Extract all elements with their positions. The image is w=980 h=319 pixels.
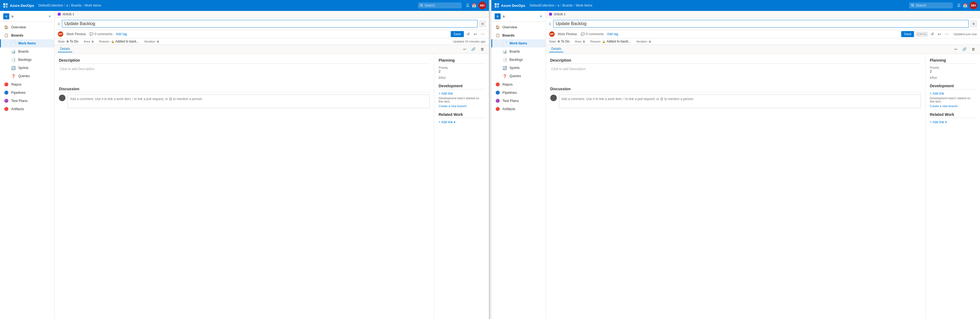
add-link-right[interactable]: + Add link xyxy=(930,92,976,95)
sidebar-item-pipelines-left[interactable]: 🔵 Pipelines xyxy=(0,88,54,97)
related-add-link-left[interactable]: + Add link ▾ xyxy=(439,120,456,124)
state-dot-left xyxy=(67,40,69,43)
boards-sub-icon-left: 📊 xyxy=(11,49,16,54)
sidebar-item-overview-left[interactable]: 🏠 Overview xyxy=(0,23,54,31)
sidebar-item-testplans-right[interactable]: 🟣 Test Plans xyxy=(492,97,546,105)
undo-button-right[interactable]: ↩ xyxy=(937,31,942,37)
iteration-value-right[interactable]: a xyxy=(649,40,651,43)
artifacts-icon-right: 🔴 xyxy=(495,106,500,111)
priority-value-right[interactable]: 2 xyxy=(930,69,976,73)
toolbar-right-right: ↩ 🔗 🗑 xyxy=(953,46,977,52)
comment-input-left[interactable] xyxy=(68,95,430,108)
search-box-left[interactable] xyxy=(418,2,461,8)
sidebar-item-boards-left[interactable]: 📋 Boards xyxy=(0,31,54,39)
description-placeholder-left[interactable]: Click to add Description xyxy=(59,66,430,83)
main-panel-left: ISSUE 1 1 ⧉ MP Mark Pleskac 💬 xyxy=(54,11,489,319)
sidebar-item-workitems-left[interactable]: 📄 Work Items xyxy=(0,39,54,48)
list-icon-right[interactable]: ☰ xyxy=(957,3,961,8)
history-button-left[interactable]: ↩ xyxy=(461,46,468,52)
sidebar-item-boards-sub-right[interactable]: 📊 Boards xyxy=(492,48,546,56)
sidebar-item-pipelines-right[interactable]: 🔵 Pipelines xyxy=(492,88,546,97)
sprints-icon-right: 🔄 xyxy=(503,66,507,70)
search-input-left[interactable] xyxy=(425,3,459,7)
search-box-right[interactable] xyxy=(909,2,953,8)
search-icon-left xyxy=(420,4,423,7)
state-value-left[interactable]: To Do xyxy=(67,40,78,43)
details-tab-left[interactable]: Details xyxy=(58,46,72,52)
more-button-left[interactable]: ⋯ xyxy=(480,31,486,37)
create-branch-left[interactable]: Create a new branch xyxy=(439,105,466,108)
save-button-left[interactable]: Save xyxy=(451,31,463,37)
sidebar-item-sprints-left[interactable]: 🔄 Sprints xyxy=(0,64,54,72)
sidebar-item-overview-right[interactable]: 🏠 Overview xyxy=(492,23,546,31)
svg-point-10 xyxy=(912,4,913,6)
discussion-section-right: Discussion xyxy=(550,87,921,108)
state-value-right[interactable]: To Do xyxy=(558,40,570,43)
iteration-value-left[interactable]: a xyxy=(157,40,159,43)
add-project-button-right[interactable]: + xyxy=(539,14,542,19)
history-button-right[interactable]: ↩ xyxy=(953,46,959,52)
artifacts-label-right: Artifacts xyxy=(503,107,515,111)
sidebar-item-queries-left[interactable]: ❓ Queries xyxy=(0,72,54,80)
add-link-left[interactable]: + Add link xyxy=(439,92,485,95)
list-icon-left[interactable]: ☰ xyxy=(466,3,469,8)
area-value-right[interactable]: a xyxy=(583,40,585,43)
refresh-button-left[interactable]: ↺ xyxy=(465,31,471,37)
add-project-button-left[interactable]: + xyxy=(49,14,51,19)
sidebar-item-testplans-left[interactable]: 🟣 Test Plans xyxy=(0,97,54,105)
copy-id-button-left[interactable]: ⧉ xyxy=(480,21,486,27)
planning-title-right: Planning xyxy=(930,58,976,64)
app-logo-right: Azure DevOps xyxy=(494,3,525,8)
issue-badge-dot-left xyxy=(58,13,60,16)
comments-right[interactable]: 💬 0 comments xyxy=(581,32,604,36)
priority-value-left[interactable]: 2 xyxy=(439,69,485,73)
sidebar-item-artifacts-left[interactable]: 🔴 Artifacts xyxy=(0,105,54,113)
more-button-right[interactable]: ⋯ xyxy=(944,31,950,37)
delete-button-right[interactable]: 🗑 xyxy=(970,46,977,52)
description-title-right: Description xyxy=(550,58,921,64)
sidebar-item-queries-right[interactable]: ❓ Queries xyxy=(492,72,546,80)
sidebar-item-repos-right[interactable]: 🔴 Repos xyxy=(492,80,546,88)
user-avatar-right[interactable]: MH xyxy=(970,2,977,9)
sidebar-item-workitems-right[interactable]: 📄 Work Items xyxy=(492,39,546,48)
undo-button-left[interactable]: ↩ xyxy=(473,31,478,37)
copy-id-button-right[interactable]: ⧉ xyxy=(971,21,977,27)
workitem-title-input-left[interactable] xyxy=(62,20,477,27)
related-add-link-right[interactable]: + Add link ▾ xyxy=(930,120,947,124)
sidebar-item-artifacts-right[interactable]: 🔴 Artifacts xyxy=(492,105,546,113)
sidebar-project-right[interactable]: a a + xyxy=(492,11,546,22)
reason-value-left[interactable]: 🔒 Added to back... xyxy=(111,40,139,43)
workitems-label-right: Work Items xyxy=(510,41,527,45)
sidebar-item-sprints-right[interactable]: 🔄 Sprints xyxy=(492,64,546,72)
delete-button-left[interactable]: 🗑 xyxy=(479,46,486,52)
overview-label-left: Overview xyxy=(11,25,26,29)
area-value-left[interactable]: a xyxy=(92,40,94,43)
sidebar-item-boards-right[interactable]: 📋 Boards xyxy=(492,31,546,39)
description-placeholder-right[interactable]: Click to add Description xyxy=(550,66,921,83)
comment-input-right[interactable] xyxy=(559,95,921,108)
calendar-icon-left[interactable]: 📅 xyxy=(472,3,476,8)
user-avatar-left[interactable]: MH xyxy=(479,2,486,9)
sidebar-item-boards-sub-left[interactable]: 📊 Boards xyxy=(0,48,54,56)
refresh-button-right[interactable]: ↺ xyxy=(929,31,935,37)
create-branch-right[interactable]: Create a new branch xyxy=(930,105,958,108)
add-tag-left[interactable]: Add tag xyxy=(116,32,127,36)
sidebar-item-repos-left[interactable]: 🔴 Repos xyxy=(0,80,54,88)
link-button-right[interactable]: 🔗 xyxy=(961,46,968,52)
details-tab-right[interactable]: Details xyxy=(549,46,564,52)
project-avatar-right: a xyxy=(495,13,501,19)
pipelines-icon-right: 🔵 xyxy=(495,90,500,95)
comments-left[interactable]: 💬 0 comments xyxy=(89,32,112,36)
save-button-right[interactable]: Save xyxy=(901,31,914,37)
sidebar-project-left[interactable]: a a + xyxy=(0,11,54,22)
search-input-right[interactable] xyxy=(916,3,951,7)
reason-value-right[interactable]: 🔒 Added to backl... xyxy=(602,40,631,43)
add-tag-right[interactable]: Add tag xyxy=(607,32,618,36)
state-label-left: State xyxy=(58,40,65,43)
link-button-left[interactable]: 🔗 xyxy=(469,46,477,52)
backlogs-icon-left: 📑 xyxy=(11,57,16,62)
workitem-title-input-right[interactable] xyxy=(553,20,969,27)
calendar-icon-right[interactable]: 📅 xyxy=(963,3,967,8)
sidebar-item-backlogs-left[interactable]: 📑 Backlogs xyxy=(0,56,54,64)
sidebar-item-backlogs-right[interactable]: 📑 Backlogs xyxy=(492,56,546,64)
